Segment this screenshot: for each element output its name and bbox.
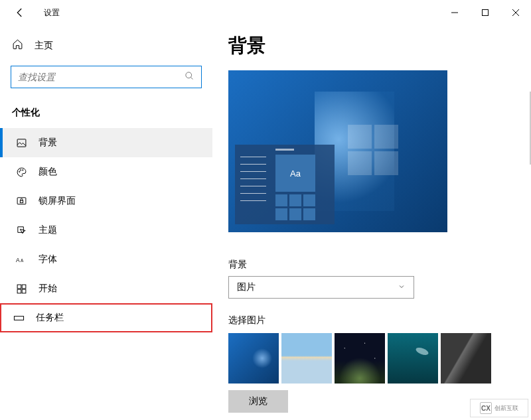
windows-logo-icon [348,125,401,178]
thumbnail-2[interactable] [281,333,332,384]
nav-item-label: 主题 [38,224,57,236]
nav-taskbar[interactable]: 任务栏 [0,303,212,332]
watermark: CX 创新互联 [470,399,528,417]
preview-start-menu: Aa [235,145,335,224]
nav-item-label: 开始 [38,283,57,295]
desktop-preview: Aa [228,70,447,232]
svg-rect-11 [20,200,23,203]
background-type-dropdown[interactable]: 图片 [228,276,414,299]
title-bar: 设置 [0,0,531,25]
svg-point-8 [20,169,21,170]
search-box[interactable] [11,66,202,88]
svg-point-9 [22,169,23,170]
nav-item-label: 字体 [38,253,57,265]
picture-icon [15,137,28,149]
dropdown-value: 图片 [237,281,256,293]
browse-button[interactable]: 浏览 [228,390,288,413]
svg-point-4 [186,72,192,78]
svg-rect-6 [17,139,26,146]
chevron-down-icon [398,282,406,293]
nav-home-label: 主页 [35,40,53,52]
svg-point-7 [19,171,19,172]
page-title: 背景 [228,33,531,58]
search-icon [185,71,194,84]
app-title: 设置 [44,7,60,19]
start-icon [15,283,28,295]
nav-item-label: 颜色 [38,166,57,178]
home-icon [12,38,25,52]
nav-lockscreen[interactable]: 锁屏界面 [0,186,212,216]
svg-rect-14 [17,285,21,289]
nav-item-label: 锁屏界面 [38,195,76,207]
nav-colors[interactable]: 颜色 [0,157,212,186]
svg-rect-15 [22,285,26,289]
watermark-text: 创新互联 [494,404,518,413]
taskbar-icon [12,313,25,324]
nav-background[interactable]: 背景 [0,128,212,157]
svg-text:A: A [16,257,20,263]
back-button[interactable] [12,5,28,21]
nav-themes[interactable]: 主题 [0,216,212,245]
select-picture-label: 选择图片 [228,315,531,326]
close-button[interactable] [500,2,531,23]
sidebar-section-title: 个性化 [0,102,212,128]
svg-rect-1 [483,10,489,16]
thumbnail-1[interactable] [228,333,279,384]
minimize-button[interactable] [439,2,470,23]
nav-item-label: 背景 [38,137,57,149]
theme-icon [15,225,28,236]
preview-text-tile: Aa [275,155,315,192]
background-label: 背景 [228,259,531,271]
browse-button-label: 浏览 [249,395,267,407]
nav-fonts[interactable]: AA 字体 [0,245,212,274]
search-input[interactable] [18,72,185,82]
nav-home[interactable]: 主页 [0,32,212,59]
sidebar: 主页 个性化 背景 颜色 锁屏界面 [0,25,212,420]
palette-icon [15,167,28,178]
maximize-button[interactable] [470,2,500,23]
picture-thumbnails [228,333,531,384]
thumbnail-4[interactable] [388,333,438,384]
svg-line-5 [190,77,192,79]
main-panel: 背景 Aa [212,25,531,420]
svg-rect-17 [22,289,26,293]
nav-start[interactable]: 开始 [0,274,212,303]
font-icon: AA [15,255,28,265]
svg-text:A: A [21,258,24,263]
svg-rect-16 [17,289,21,293]
svg-rect-18 [14,316,23,320]
watermark-logo: CX [480,402,492,414]
nav-item-label: 任务栏 [36,312,64,324]
thumbnail-5[interactable] [441,333,491,384]
lockscreen-icon [15,196,28,207]
thumbnail-3[interactable] [335,333,385,384]
